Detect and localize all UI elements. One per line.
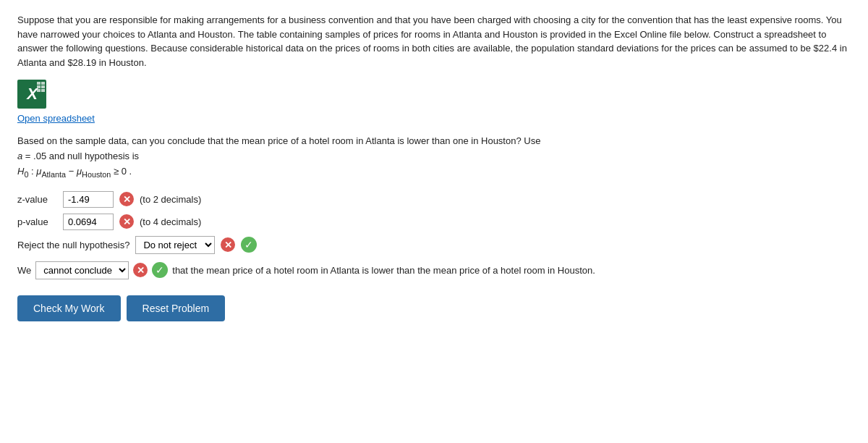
reject-row: Reject the null hypothesis? Do not rejec… xyxy=(17,236,851,254)
p-value-wrong-icon: ✕ xyxy=(119,214,134,229)
intro-paragraph: Suppose that you are responsible for mak… xyxy=(17,13,849,69)
excel-cell xyxy=(37,85,41,88)
excel-icon: X xyxy=(17,80,46,109)
check-my-work-button[interactable]: Check My Work xyxy=(17,295,121,321)
conclusion-row: We cannot conclude can conclude ✕ ✓ that… xyxy=(17,261,851,279)
excel-cell xyxy=(41,89,45,92)
open-spreadsheet-link[interactable]: Open spreadsheet xyxy=(17,113,851,124)
conclusion-trailing-text: that the mean price of a hotel room in A… xyxy=(172,265,595,276)
excel-cell xyxy=(37,82,41,85)
p-value-row: p-value ✕ (to 4 decimals) xyxy=(17,214,851,230)
z-value-row: z-value ✕ (to 2 decimals) xyxy=(17,191,851,208)
z-value-hint: (to 2 decimals) xyxy=(140,194,201,205)
p-value-hint: (to 4 decimals) xyxy=(140,216,201,227)
reject-select[interactable]: Do not reject Reject xyxy=(135,236,215,254)
buttons-row: Check My Work Reset Problem xyxy=(17,295,851,321)
excel-x-letter: X xyxy=(27,86,37,102)
p-value-input[interactable] xyxy=(63,214,114,230)
z-value-label: z-value xyxy=(17,194,57,205)
h0-line: H0 : μAtlanta − μHouston ≥ 0 . xyxy=(17,166,132,177)
p-value-label: p-value xyxy=(17,216,57,227)
excel-icon-container: X xyxy=(17,80,851,109)
reject-label: Reject the null hypothesis? xyxy=(17,240,129,250)
excel-cell xyxy=(37,89,41,92)
z-value-input[interactable] xyxy=(63,191,114,208)
excel-cell xyxy=(41,82,45,85)
conclusion-correct-icon: ✓ xyxy=(152,262,168,278)
reject-wrong-icon: ✕ xyxy=(221,237,235,252)
excel-cell xyxy=(41,85,45,88)
conclusion-wrong-icon: ✕ xyxy=(133,263,148,277)
question-block: Based on the sample data, can you conclu… xyxy=(17,134,851,181)
we-label: We xyxy=(17,265,31,276)
alpha-line: a = .05 and null hypothesis is xyxy=(17,151,139,161)
excel-grid xyxy=(37,82,45,92)
question-text: Based on the sample data, can you conclu… xyxy=(17,135,540,146)
reject-correct-icon: ✓ xyxy=(241,237,257,253)
conclusion-select[interactable]: cannot conclude can conclude xyxy=(35,261,129,279)
reset-problem-button[interactable]: Reset Problem xyxy=(127,295,226,321)
z-value-wrong-icon: ✕ xyxy=(119,192,134,206)
